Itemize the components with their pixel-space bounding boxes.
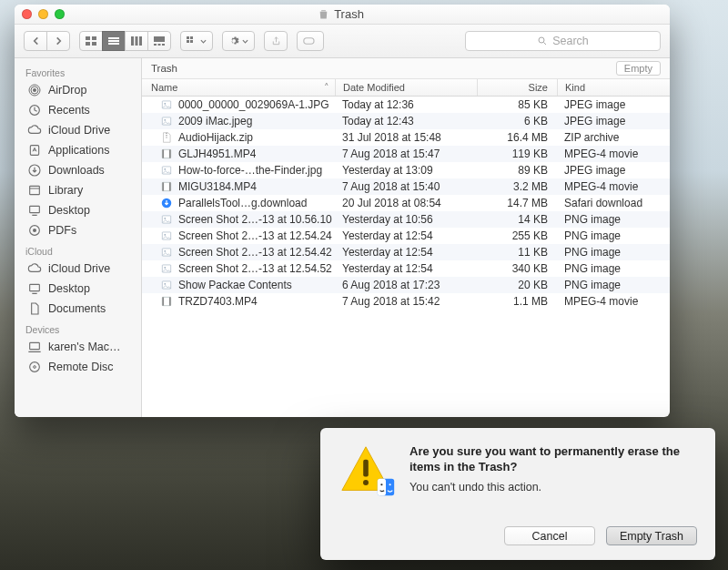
sidebar-item-documents[interactable]: Documents xyxy=(15,299,141,319)
file-kind: PNG image xyxy=(557,213,670,226)
view-gallery-button[interactable] xyxy=(147,31,171,51)
file-row[interactable]: 0000_00000_0029069A-1.JPGToday at 12:368… xyxy=(142,97,670,113)
file-row[interactable]: TRZD7403.MP47 Aug 2018 at 15:421.1 MBMPE… xyxy=(142,293,670,310)
svg-point-19 xyxy=(539,37,544,43)
sidebar-item-desktop[interactable]: Desktop xyxy=(15,200,141,220)
svg-rect-29 xyxy=(30,206,40,212)
view-icon-button[interactable] xyxy=(79,31,103,51)
sidebar-item-applications[interactable]: Applications xyxy=(15,140,141,160)
svg-rect-15 xyxy=(190,36,193,39)
col-size-label: Size xyxy=(529,82,548,93)
view-column-button[interactable] xyxy=(125,31,148,51)
file-row[interactable]: How-to-force-…the-Finder.jpgYesterday at… xyxy=(142,162,670,178)
file-name: MIGU3184.MP4 xyxy=(178,180,257,193)
svg-rect-14 xyxy=(187,36,189,39)
sidebar-item-remote-disc[interactable]: Remote Disc xyxy=(15,357,141,377)
file-size: 340 KB xyxy=(477,262,557,275)
window-titlebar[interactable]: Trash xyxy=(15,5,670,25)
sidebar-item-label: Recents xyxy=(48,104,90,117)
sidebar-item-label: Desktop xyxy=(48,282,90,295)
action-button[interactable] xyxy=(222,31,255,51)
grid-dropdown-icon xyxy=(187,36,197,46)
minimize-window-button[interactable] xyxy=(38,9,48,19)
sidebar-item-label: iCloud Drive xyxy=(48,262,110,275)
image-file-icon xyxy=(160,229,173,242)
file-row[interactable]: ParallelsTool…g.download20 Jul 2018 at 0… xyxy=(142,195,670,211)
col-name[interactable]: Name ˄ xyxy=(142,79,335,96)
file-name: AudioHijack.zip xyxy=(178,131,253,144)
file-row[interactable]: Screen Shot 2…-13 at 12.54.42Yesterday a… xyxy=(142,244,670,260)
back-button[interactable] xyxy=(24,31,47,51)
file-size: 16.4 MB xyxy=(477,131,557,144)
file-row[interactable]: Show Packae Contents6 Aug 2018 at 17:232… xyxy=(142,277,670,293)
sidebar-item-icloud-drive[interactable]: iCloud Drive xyxy=(15,259,141,279)
sidebar-item-karen-s-mac-[interactable]: karen's Mac… xyxy=(15,337,141,357)
svg-rect-50 xyxy=(162,182,164,190)
file-pane: Trash Empty Name ˄ Date Modified Size Ki… xyxy=(142,58,670,417)
col-date[interactable]: Date Modified xyxy=(335,79,477,96)
image-file-icon xyxy=(160,279,173,291)
empty-trash-button[interactable]: Empty xyxy=(616,61,661,76)
view-list-button[interactable] xyxy=(102,31,126,51)
finder-window: Trash xyxy=(15,5,670,417)
file-row[interactable]: AudioHijack.zip31 Jul 2018 at 15:4816.4 … xyxy=(142,129,670,146)
tag-icon xyxy=(303,36,318,46)
file-size: 85 KB xyxy=(477,98,557,111)
columns-icon xyxy=(131,36,142,46)
sidebar-item-label: AirDrop xyxy=(48,84,86,97)
file-date: Yesterday at 10:56 xyxy=(335,213,477,226)
zoom-window-button[interactable] xyxy=(55,9,65,19)
file-row[interactable]: Screen Shot 2…-13 at 12.54.24Yesterday a… xyxy=(142,228,670,244)
sidebar-item-label: Desktop xyxy=(48,204,90,217)
grid-icon xyxy=(86,36,96,46)
file-row[interactable]: MIGU3184.MP47 Aug 2018 at 15:403.2 MBMPE… xyxy=(142,178,670,195)
file-name: Screen Shot 2…-13 at 10.56.10 xyxy=(178,213,332,226)
sidebar-item-airdrop[interactable]: AirDrop xyxy=(15,80,141,100)
sidebar-item-label: Library xyxy=(48,184,83,197)
sidebar-item-library[interactable]: Library xyxy=(15,180,141,200)
tags-button[interactable] xyxy=(297,31,324,51)
file-row[interactable]: Screen Shot 2…-13 at 12.54.52Yesterday a… xyxy=(142,260,670,277)
sidebar-item-icon xyxy=(27,360,42,374)
search-field[interactable]: Search xyxy=(465,31,661,51)
file-name: Screen Shot 2…-13 at 12.54.24 xyxy=(178,229,332,242)
file-row[interactable]: Screen Shot 2…-13 at 10.56.10Yesterday a… xyxy=(142,211,670,228)
share-button[interactable] xyxy=(264,31,288,51)
trash-icon xyxy=(318,8,329,20)
sidebar-item-icon xyxy=(27,261,42,276)
sidebar-item-icon xyxy=(27,183,42,198)
empty-trash-confirm-button[interactable]: Empty Trash xyxy=(606,526,697,545)
sidebar-item-downloads[interactable]: Downloads xyxy=(15,160,141,180)
file-row[interactable]: 2009 iMac.jpegToday at 12:436 KBJPEG ima… xyxy=(142,113,670,129)
arrange-button[interactable] xyxy=(180,31,213,51)
sidebar: Favorites AirDropRecentsiCloud DriveAppl… xyxy=(15,58,142,417)
column-headers: Name ˄ Date Modified Size Kind xyxy=(142,79,670,97)
svg-point-48 xyxy=(164,168,166,170)
cancel-button[interactable]: Cancel xyxy=(504,526,595,545)
image-file-icon xyxy=(160,164,173,177)
sidebar-item-pdfs[interactable]: PDFs xyxy=(15,220,141,240)
file-size: 14 KB xyxy=(477,213,557,226)
file-date: 20 Jul 2018 at 08:54 xyxy=(335,197,477,209)
close-window-button[interactable] xyxy=(22,9,32,19)
file-size: 14.7 MB xyxy=(477,197,557,209)
sidebar-item-icloud-drive[interactable]: iCloud Drive xyxy=(15,120,141,140)
sidebar-item-icon xyxy=(27,223,42,238)
svg-rect-7 xyxy=(131,36,134,46)
svg-rect-45 xyxy=(162,149,164,158)
svg-point-71 xyxy=(389,483,390,485)
sidebar-item-recents[interactable]: Recents xyxy=(15,100,141,120)
sidebar-item-icon xyxy=(27,301,42,316)
file-list: 0000_00000_0029069A-1.JPGToday at 12:368… xyxy=(142,97,670,417)
col-size[interactable]: Size xyxy=(477,79,557,96)
col-kind[interactable]: Kind xyxy=(557,79,670,96)
sidebar-item-desktop[interactable]: Desktop xyxy=(15,279,141,299)
file-row[interactable]: GLJH4951.MP47 Aug 2018 at 15:47119 KBMPE… xyxy=(142,146,670,162)
forward-button[interactable] xyxy=(46,31,70,51)
sidebar-item-icon xyxy=(27,123,42,137)
movie-file-icon xyxy=(160,295,173,308)
file-kind: PNG image xyxy=(557,262,670,275)
svg-point-37 xyxy=(30,362,40,372)
image-file-icon xyxy=(160,246,173,259)
file-date: 31 Jul 2018 at 15:48 xyxy=(335,131,477,144)
